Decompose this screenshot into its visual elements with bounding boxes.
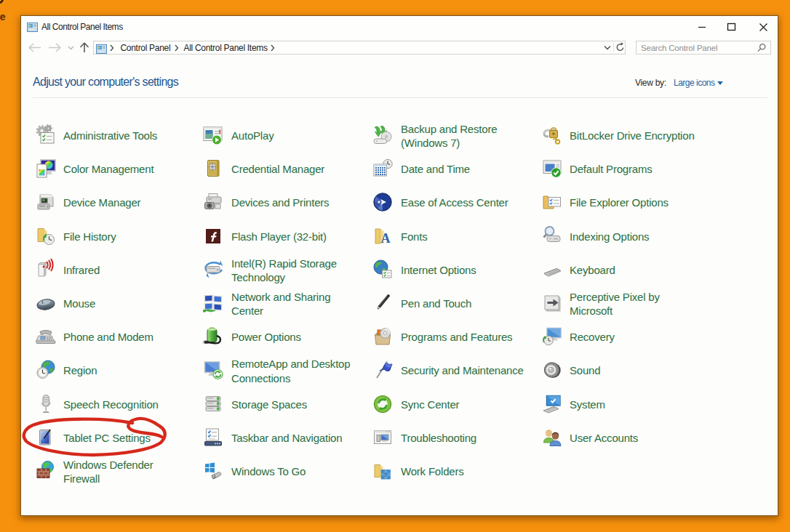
svg-text:A: A	[381, 231, 391, 246]
